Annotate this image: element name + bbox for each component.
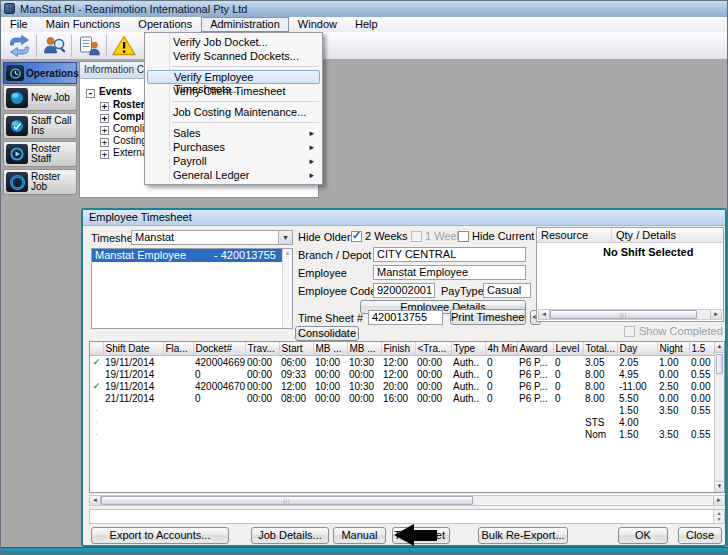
timesheet-row[interactable]: ·STS4.00 [90,416,715,428]
scroll-left-icon[interactable]: ◄ [90,496,101,505]
sidebar-item-roster-staff[interactable]: Roster Staff [3,141,77,167]
timesheets-combobox[interactable]: Manstat ▼ [131,230,293,245]
menu-operations[interactable]: Operations [129,17,201,32]
employee-list-item[interactable]: Manstat Employee - 420013755 [92,249,283,262]
sidebar-header-operations[interactable]: Operations [3,62,77,84]
timesheet-row[interactable]: 21/11/2014000:0008:0000:0000:0016:0000:0… [90,392,715,404]
grid-h-scrollbar[interactable]: ◄ ||| ► [89,495,725,506]
column-header-mb-...[interactable]: MB ... [313,342,347,356]
column-header-mb-...[interactable]: MB ... [347,342,381,356]
close-button[interactable]: Close [678,527,722,544]
column-header-docket-[interactable]: Docket# [193,342,245,356]
scroll-down-icon[interactable]: ▼ [715,481,724,492]
resource-h-scrollbar[interactable]: ◄ ||| ► [538,309,722,320]
menu-item-verify-employee-timesheets[interactable]: Verify Employee Timesheets... [147,70,320,84]
column-header-check[interactable] [90,342,103,356]
menu-item-general-ledger[interactable]: General Ledger▸ [147,168,320,182]
employee-code-field[interactable]: 920002001 [373,283,435,298]
expand-expander-icon[interactable]: + [100,150,109,159]
timesheet-row[interactable]: ✓19/11/201442000467000:0012:0010:0010:30… [90,380,715,392]
column-header-1.5[interactable]: 1.5 [689,342,715,356]
grid-v-thumb[interactable] [716,354,723,374]
menu-item-sales[interactable]: Sales▸ [147,126,320,140]
column-header-4h-min[interactable]: 4h Min [485,342,517,356]
sidebar-item-roster-job[interactable]: Roster Job [3,169,77,195]
column-header-finish[interactable]: Finish [381,342,415,356]
timesheet-row[interactable]: ✓19/11/201442000466900:0006:0010:0010:30… [90,356,715,369]
timesheet-number-field[interactable]: 420013755 [368,310,443,325]
tree-item-events[interactable]: -Events [86,86,132,98]
job-details-button[interactable]: Job Details... [251,527,329,544]
verify-dockets-icon[interactable] [74,33,104,58]
scroll-right-icon[interactable]: ► [710,310,721,319]
print-timesheet-button[interactable]: Print Timesheet... [450,309,526,325]
menu-file[interactable]: File [1,17,37,32]
resource-column-header[interactable]: Resource [537,228,612,242]
column-header--tra...[interactable]: <Tra... [415,342,451,356]
manual-button[interactable]: Manual [333,527,386,544]
menu-help[interactable]: Help [346,17,387,32]
expand-expander-icon[interactable]: + [100,126,109,135]
find-staff-icon[interactable] [39,33,69,58]
menu-item-verify-job-docket[interactable]: Verify Job Docket... [147,35,320,49]
chevron-down-icon[interactable]: ▼ [278,231,292,244]
bulk-re-export-button[interactable]: Bulk Re-Export... [478,527,568,544]
sidebar-item-staff-call-ins[interactable]: Staff Call Ins [3,113,77,139]
export-to-accounts-button[interactable]: Export to Accounts... [91,527,229,544]
warning-icon[interactable] [109,33,139,58]
column-header-night[interactable]: Night [657,342,689,356]
resource-scroll-thumb[interactable]: ||| [550,310,697,319]
menu-item-verify-client-timesheet[interactable]: Verify Client Timesheet [147,84,320,98]
collapse-expander-icon[interactable]: - [86,89,95,98]
column-header-shift-date[interactable]: Shift Date [103,342,163,356]
menu-item-payroll[interactable]: Payroll▸ [147,154,320,168]
sidebar-item-new-job[interactable]: New Job [3,85,77,111]
employee-timesheet-title[interactable]: Employee Timesheet [83,210,725,226]
column-header-award[interactable]: Award [517,342,553,356]
timesheet-row[interactable]: ·Nom1.503.500.55 [90,428,715,440]
ok-button[interactable]: OK [618,527,668,544]
column-header-total...[interactable]: Total... [583,342,617,356]
employee-field[interactable]: Manstat Employee [373,265,526,280]
column-header-trav...[interactable]: Trav... [245,342,279,356]
listbox-scrollbar[interactable]: ▲ [282,249,292,328]
expand-expander-icon[interactable]: + [100,114,109,123]
column-header-start[interactable]: Start [279,342,313,356]
branch-depot-field[interactable]: CITY CENTRAL [373,247,526,262]
scroll-left-icon[interactable]: ◄ [539,310,550,319]
column-header-type[interactable]: Type [451,342,485,356]
expand-expander-icon[interactable]: + [100,102,109,111]
menu-window[interactable]: Window [289,17,346,32]
scroll-up-icon[interactable]: ▲ [715,342,724,353]
tree-item-external[interactable]: +External [100,147,150,159]
spinner-control[interactable]: ▲▼ [713,510,724,523]
checkbox-1-week[interactable] [411,231,422,242]
column-header-day[interactable]: Day [617,342,657,356]
column-header-level[interactable]: Level [553,342,583,356]
timesheet-row[interactable]: ·1.503.500.55 [90,404,715,416]
grid-h-thumb[interactable]: ||| [101,496,473,505]
menu-item-job-costing-maintenance[interactable]: Job Costing Maintenance... [147,105,320,119]
grid-v-scrollbar[interactable]: ▲ ▼ [714,342,724,492]
menu-main-functions[interactable]: Main Functions [37,17,130,32]
checkbox-2-weeks[interactable]: ✓ [351,231,362,242]
show-completed-checkbox[interactable] [624,326,635,337]
scroll-right-icon[interactable]: ► [713,496,724,505]
transfer-icon[interactable] [4,33,34,58]
menu-administration[interactable]: Administration [201,17,289,32]
checkbox-hide-current-payweek[interactable] [458,231,469,242]
employee-listbox[interactable]: Manstat Employee - 420013755 ▲ [91,248,293,329]
paytype-field[interactable]: Casual [483,283,531,298]
annotation-arrow-icon [393,522,445,549]
qty-details-column-header[interactable]: Qty / Details [612,228,676,242]
submenu-arrow-icon: ▸ [309,126,314,140]
consolidate-button[interactable]: Consolidate [295,326,359,341]
menu-item-purchases[interactable]: Purchases▸ [147,140,320,154]
tree-item-costing[interactable]: +Costing [100,135,147,147]
timesheet-row[interactable]: 19/11/2014000:0009:3300:0000:0012:0000:0… [90,368,715,380]
app-titlebar[interactable]: ManStat RI - Reanimotion International P… [1,1,728,18]
expand-expander-icon[interactable]: + [100,138,109,147]
menu-item-verify-scanned-dockets[interactable]: Verify Scanned Dockets... [147,49,320,63]
column-header-fla...[interactable]: Fla... [163,342,193,356]
tree-item-roster[interactable]: +Roster [100,99,145,111]
